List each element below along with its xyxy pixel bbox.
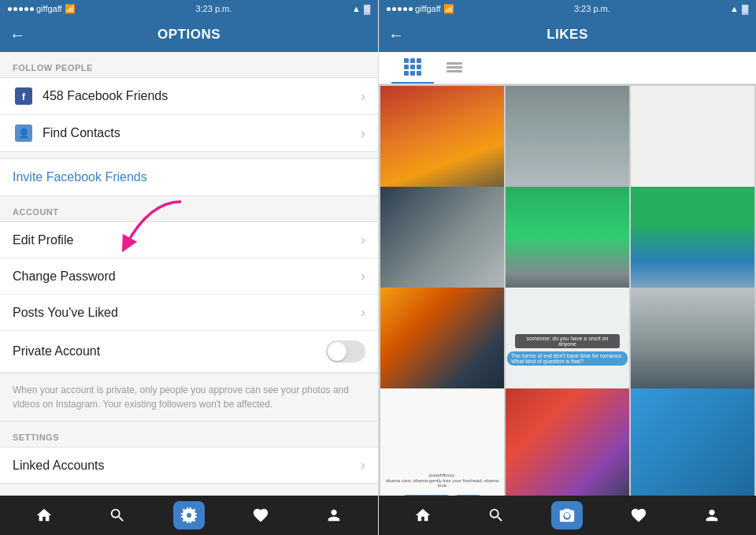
chevron-posts-liked: › bbox=[361, 304, 365, 321]
battery-icon: ▓ bbox=[364, 4, 370, 13]
toggle-thumb bbox=[328, 342, 346, 361]
carrier-right: giffgaff bbox=[415, 4, 441, 13]
settings-section-header: SETTINGS bbox=[0, 422, 378, 447]
convo-text: josephfloury: obama care, obama gently k… bbox=[384, 472, 501, 496]
status-indicators-right: ▲ ▓ bbox=[730, 4, 748, 13]
search-tab[interactable] bbox=[100, 498, 135, 533]
chevron-linked-accounts: › bbox=[361, 457, 365, 474]
status-bar-right: giffgaff 📶 3:23 p.m. ▲ ▓ bbox=[379, 0, 756, 17]
profile-tab-right[interactable] bbox=[695, 498, 729, 533]
follow-people-list: f 458 Facebook Friends › 👤 Find Contacts… bbox=[0, 77, 378, 152]
camera-tab-right[interactable] bbox=[551, 501, 583, 529]
options-scroll[interactable]: FOLLOW PEOPLE f 458 Facebook Friends › 👤… bbox=[0, 52, 378, 496]
settings-list: Linked Accounts › bbox=[0, 447, 378, 484]
private-account-toggle[interactable] bbox=[326, 340, 365, 362]
photo-item[interactable] bbox=[631, 388, 754, 496]
wifi-icon-right: 📶 bbox=[443, 4, 454, 14]
posts-liked-item[interactable]: Posts You've Liked › bbox=[0, 295, 378, 331]
posts-liked-label: Posts You've Liked bbox=[13, 306, 361, 320]
profile-tab[interactable] bbox=[317, 498, 351, 533]
battery-icon-right: ▓ bbox=[742, 4, 748, 13]
home-tab[interactable] bbox=[27, 498, 61, 533]
account-section-header: ACCOUNT bbox=[0, 196, 378, 221]
signal-icon: ▲ bbox=[352, 4, 361, 13]
back-button[interactable]: ← bbox=[9, 27, 25, 43]
private-account-description: When your account is private, only peopl… bbox=[0, 373, 378, 422]
likes-photo-grid[interactable]: someone: do you have a snort on anyone T… bbox=[379, 84, 756, 496]
signal-icon-right: ▲ bbox=[730, 4, 739, 13]
linked-accounts-item[interactable]: Linked Accounts › bbox=[0, 448, 378, 483]
search-tab-right[interactable] bbox=[479, 498, 513, 533]
back-button-right[interactable]: ← bbox=[388, 27, 404, 43]
linked-accounts-label: Linked Accounts bbox=[13, 459, 361, 473]
follow-people-section-header: FOLLOW PEOPLE bbox=[0, 52, 378, 77]
find-contacts-label: Find Contacts bbox=[43, 126, 361, 140]
left-panel: giffgaff 📶 3:23 p.m. ▲ ▓ ← OPTIONS FOLLO… bbox=[0, 0, 378, 535]
account-list: Edit Profile › Change Password › Posts Y… bbox=[0, 221, 378, 373]
chevron-change-password: › bbox=[361, 268, 365, 284]
private-account-row: Private Account bbox=[0, 331, 378, 373]
home-tab-right[interactable] bbox=[406, 498, 440, 533]
find-contacts-item[interactable]: 👤 Find Contacts › bbox=[0, 115, 378, 151]
status-bar-indicators: ▲ ▓ bbox=[352, 4, 370, 13]
right-panel: giffgaff 📶 3:23 p.m. ▲ ▓ ← LIKES bbox=[378, 0, 756, 535]
chevron-right-icon-2: › bbox=[361, 125, 365, 142]
options-title: OPTIONS bbox=[158, 27, 220, 43]
chat-bubble-2: The forms of evil don't have time for ro… bbox=[507, 351, 628, 366]
status-bar-carrier-right: giffgaff 📶 bbox=[387, 4, 454, 14]
grid-icon bbox=[404, 58, 421, 76]
edit-profile-item[interactable]: Edit Profile › bbox=[0, 222, 378, 258]
likes-title: LIKES bbox=[547, 27, 588, 43]
photo-item[interactable]: josephfloury: obama care, obama gently k… bbox=[380, 388, 504, 496]
list-view-button[interactable] bbox=[434, 52, 475, 84]
tab-bar-right bbox=[379, 496, 756, 535]
chevron-edit-profile: › bbox=[361, 232, 365, 248]
view-toggle-bar bbox=[379, 52, 756, 84]
options-header: ← OPTIONS bbox=[0, 17, 378, 52]
options-content: FOLLOW PEOPLE f 458 Facebook Friends › 👤… bbox=[0, 52, 378, 535]
change-password-label: Change Password bbox=[13, 269, 361, 284]
change-password-item[interactable]: Change Password › bbox=[0, 258, 378, 295]
likes-tab[interactable] bbox=[243, 498, 278, 533]
facebook-icon: f bbox=[13, 87, 35, 105]
fb-logo: f bbox=[15, 87, 32, 105]
contacts-logo: 👤 bbox=[15, 124, 32, 142]
back-arrow-icon: ← bbox=[9, 27, 25, 43]
likes-tab-right[interactable] bbox=[621, 498, 656, 533]
time-left: 3:23 p.m. bbox=[195, 4, 232, 13]
chevron-right-icon: › bbox=[361, 88, 365, 105]
camera-tab[interactable] bbox=[173, 501, 205, 529]
status-bar-carrier: giffgaff 📶 bbox=[8, 4, 76, 14]
back-arrow-icon-right: ← bbox=[388, 27, 404, 43]
photo-item[interactable] bbox=[506, 388, 629, 496]
status-bar-left: giffgaff 📶 3:23 p.m. ▲ ▓ bbox=[0, 0, 378, 17]
tab-bar-left bbox=[0, 496, 378, 535]
time-right: 3:23 p.m. bbox=[574, 4, 610, 13]
invite-facebook-friends-link[interactable]: Invite Facebook Friends bbox=[0, 158, 378, 196]
carrier-left: giffgaff bbox=[36, 4, 62, 13]
svg-point-0 bbox=[565, 513, 569, 518]
list-icon bbox=[447, 61, 462, 74]
contacts-icon: 👤 bbox=[13, 124, 35, 142]
grid-view-button[interactable] bbox=[391, 52, 434, 84]
likes-header: ← LIKES bbox=[379, 17, 756, 52]
private-account-label: Private Account bbox=[13, 344, 326, 359]
facebook-friends-item[interactable]: f 458 Facebook Friends › bbox=[0, 78, 378, 115]
facebook-friends-label: 458 Facebook Friends bbox=[43, 89, 361, 103]
chat-bubble-1: someone: do you have a snort on anyone bbox=[515, 334, 620, 348]
edit-profile-label: Edit Profile bbox=[13, 233, 361, 247]
wifi-icon: 📶 bbox=[65, 4, 76, 14]
